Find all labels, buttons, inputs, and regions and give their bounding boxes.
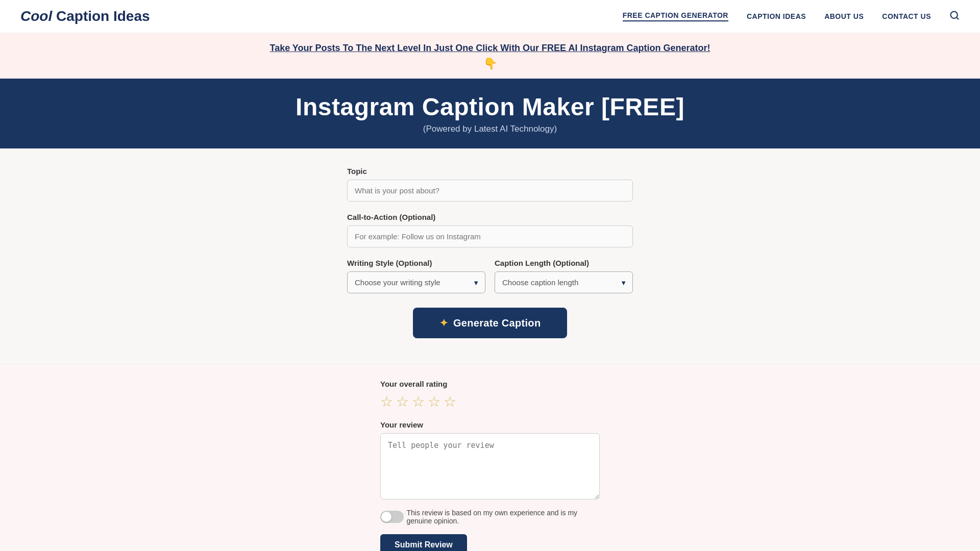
cta-label: Call-to-Action (Optional): [347, 213, 633, 221]
main-nav: FREE CAPTION GENERATOR CAPTION IDEAS ABO…: [623, 10, 960, 23]
caption-length-select-wrap: Choose caption length Short Medium Long …: [495, 271, 633, 293]
svg-line-1: [957, 17, 959, 19]
generate-btn-wrap: ✦ Generate Caption: [347, 308, 633, 338]
logo-cool: Cool: [20, 8, 52, 24]
review-textarea[interactable]: [380, 433, 600, 499]
promo-banner: Take Your Posts To The Next Level In Jus…: [0, 33, 980, 79]
nav-about-us[interactable]: ABOUT US: [824, 12, 864, 20]
generate-caption-button[interactable]: ✦ Generate Caption: [413, 308, 568, 338]
star-2[interactable]: ☆: [396, 393, 409, 410]
caption-length-group: Caption Length (Optional) Choose caption…: [495, 259, 633, 293]
writing-style-select-wrap: Choose your writing style Casual Profess…: [347, 271, 485, 293]
form-container: Topic Call-to-Action (Optional) Writing …: [347, 167, 633, 338]
nav-free-caption[interactable]: FREE CAPTION GENERATOR: [623, 11, 728, 21]
star-4[interactable]: ☆: [428, 393, 440, 410]
hero-subtitle: (Powered by Latest AI Technology): [20, 124, 960, 134]
star-3[interactable]: ☆: [412, 393, 425, 410]
sparkle-icon: ✦: [439, 317, 448, 329]
cta-group: Call-to-Action (Optional): [347, 213, 633, 247]
hero-section: Instagram Caption Maker [FREE] (Powered …: [0, 79, 980, 148]
promo-icon: 👇: [20, 57, 960, 70]
form-section: Topic Call-to-Action (Optional) Writing …: [0, 148, 980, 364]
search-icon[interactable]: [949, 10, 960, 23]
nav-caption-ideas[interactable]: CAPTION IDEAS: [747, 12, 806, 20]
star-5[interactable]: ☆: [444, 393, 456, 410]
generate-btn-label: Generate Caption: [453, 317, 541, 329]
caption-length-select[interactable]: Choose caption length Short Medium Long: [495, 271, 633, 293]
stars-row[interactable]: ☆ ☆ ☆ ☆ ☆: [380, 393, 600, 410]
review-section: Your overall rating ☆ ☆ ☆ ☆ ☆ Your revie…: [0, 364, 980, 551]
writing-style-select[interactable]: Choose your writing style Casual Profess…: [347, 271, 485, 293]
site-header: CoolCool Caption Ideas Caption Ideas FRE…: [0, 0, 980, 33]
review-container: Your overall rating ☆ ☆ ☆ ☆ ☆ Your revie…: [380, 380, 600, 551]
consent-row: This review is based on my own experienc…: [380, 509, 600, 525]
writing-style-label: Writing Style (Optional): [347, 259, 485, 267]
writing-style-group: Writing Style (Optional) Choose your wri…: [347, 259, 485, 293]
nav-contact-us[interactable]: CONTACT US: [882, 12, 931, 20]
consent-text: This review is based on my own experienc…: [406, 509, 600, 525]
topic-group: Topic: [347, 167, 633, 202]
star-1[interactable]: ☆: [380, 393, 393, 410]
selects-row: Writing Style (Optional) Choose your wri…: [347, 259, 633, 293]
topic-label: Topic: [347, 167, 633, 176]
cta-input[interactable]: [347, 226, 633, 247]
promo-link[interactable]: Take Your Posts To The Next Level In Jus…: [270, 43, 710, 53]
site-logo[interactable]: CoolCool Caption Ideas Caption Ideas: [20, 8, 150, 24]
topic-input[interactable]: [347, 180, 633, 202]
rating-label: Your overall rating: [380, 380, 600, 388]
consent-toggle[interactable]: [380, 511, 400, 523]
submit-review-button[interactable]: Submit Review: [380, 534, 467, 551]
review-label: Your review: [380, 420, 600, 429]
hero-title: Instagram Caption Maker [FREE]: [20, 93, 960, 121]
caption-length-label: Caption Length (Optional): [495, 259, 633, 267]
toggle-thumb: [381, 512, 391, 522]
